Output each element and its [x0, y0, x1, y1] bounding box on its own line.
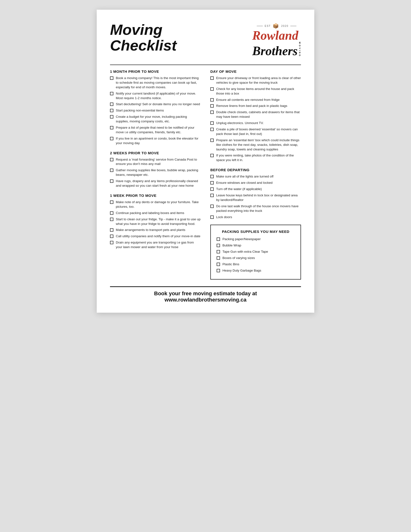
checkbox[interactable]: [110, 109, 113, 112]
list-item: Remove linens from bed and pack in plast…: [210, 104, 301, 108]
checkbox[interactable]: [210, 181, 214, 184]
checkbox[interactable]: [210, 205, 214, 208]
logo-est: EST 📦 2020: [257, 23, 297, 29]
list-item: Have rugs, drapery and any items profess…: [110, 179, 201, 188]
header: Moving Checklist EST 📦 2020 Rowland Brot…: [110, 22, 301, 57]
list-item: Make arrangements to transport pets and …: [110, 228, 201, 232]
list-item: Tape Gun with extra Clear Tape: [217, 249, 295, 254]
list-item: Notify your current landlord (if applica…: [110, 91, 201, 101]
list-item: Make note of any dents or damage to your…: [110, 200, 201, 209]
section-title-one-week: 1 WEEK PRIOR TO MOVE: [110, 193, 201, 198]
checkbox[interactable]: [217, 244, 220, 247]
supplies-box-title: PACKING SUPPLIES YOU MAY NEED: [217, 229, 295, 234]
list-item: Do one last walk through of the house on…: [210, 204, 301, 213]
checkbox[interactable]: [210, 98, 214, 102]
list-item: If you were renting, take photos of the …: [210, 153, 301, 162]
checklist-before-departing: Make sure all of the lights are turned o…: [210, 174, 301, 219]
list-item: Ensure all contents are removed from fri…: [210, 98, 301, 102]
section-title-one-month: 1 MONTH PRIOR TO MOVE: [110, 69, 201, 74]
checkbox[interactable]: [110, 115, 113, 118]
checkbox[interactable]: [110, 218, 113, 221]
checkbox[interactable]: [110, 126, 113, 129]
checkbox[interactable]: [210, 175, 214, 178]
logo-brand: Rowland Brothers M O V I N G: [252, 29, 301, 57]
checkbox[interactable]: [210, 76, 214, 80]
list-item: Make sure all of the lights are turned o…: [210, 174, 301, 179]
list-item: Continue packing and labeling boxes and …: [110, 211, 201, 216]
main-title: Moving Checklist: [110, 22, 177, 53]
checkbox[interactable]: [110, 137, 113, 140]
checkbox[interactable]: [217, 238, 220, 241]
list-item: Start packing non-essential items: [110, 108, 201, 113]
checkbox[interactable]: [110, 211, 113, 215]
checkbox[interactable]: [217, 263, 220, 266]
list-item: Boxes of varying sizes: [217, 256, 295, 260]
list-item: Ensure windows are closed and locked: [210, 181, 301, 185]
list-item: Start to clean out your fridge. Tip - ma…: [110, 217, 201, 226]
page: Moving Checklist EST 📦 2020 Rowland Brot…: [97, 10, 314, 313]
left-column: 1 MONTH PRIOR TO MOVE Book a moving comp…: [110, 69, 201, 280]
section-before-departing: BEFORE DEPARTING Make sure all of the li…: [210, 168, 301, 219]
list-item: Plastic Bins: [217, 262, 295, 267]
section-two-weeks: 2 WEEKS PRIOR TO MOVE Request a 'mail fo…: [110, 151, 201, 188]
checkbox[interactable]: [110, 158, 113, 161]
checkbox[interactable]: [210, 128, 214, 131]
list-item: Unplug electronics. Unmount TV.: [210, 121, 301, 125]
divider: [110, 65, 301, 65]
list-item: Turn off the water (if applicable): [210, 187, 301, 191]
checkbox[interactable]: [210, 139, 214, 142]
checkbox[interactable]: [110, 169, 113, 172]
list-item: Book a moving company! This is the most …: [110, 76, 201, 90]
checkbox[interactable]: [110, 180, 113, 183]
checkbox[interactable]: [110, 92, 113, 95]
checklist-two-weeks: Request a 'mail forwarding' service from…: [110, 157, 201, 188]
logo-area: EST 📦 2020 Rowland Brothers M O V I N G: [252, 22, 301, 57]
checkbox[interactable]: [217, 250, 220, 253]
checkbox[interactable]: [110, 103, 113, 106]
checkbox[interactable]: [210, 121, 214, 125]
checkbox[interactable]: [210, 194, 214, 197]
list-item: Drain any equipment you are transporting…: [110, 240, 201, 249]
list-item: Heavy Duty Garbage Bags: [217, 268, 295, 273]
checkbox[interactable]: [110, 200, 113, 204]
logo-brothers-text: Brothers: [252, 45, 298, 57]
list-item: Create a pile of boxes deemed 'essential…: [210, 127, 301, 136]
logo-moving-vert: M O V I N G: [299, 42, 301, 56]
checkbox[interactable]: [110, 235, 113, 238]
section-day-of-move: DAY OF MOVE Ensure your driveway or fron…: [210, 69, 301, 162]
list-item: Ensure your driveway or front loading ar…: [210, 76, 301, 85]
list-item: Bubble Wrap: [217, 243, 295, 248]
checkbox[interactable]: [210, 104, 214, 108]
footer-cta: Book your free moving estimate today at: [110, 290, 301, 297]
box-icon: 📦: [273, 23, 279, 29]
section-title-before-departing: BEFORE DEPARTING: [210, 168, 301, 172]
checkbox[interactable]: [217, 256, 220, 260]
checkbox[interactable]: [110, 241, 113, 244]
footer-url: www.rowlandbrothersmoving.ca: [110, 297, 301, 303]
checkbox[interactable]: [110, 76, 113, 80]
section-one-month: 1 MONTH PRIOR TO MOVE Book a moving comp…: [110, 69, 201, 146]
list-item: Start decluttering! Sell or donate items…: [110, 102, 201, 107]
list-item: Request a 'mail forwarding' service from…: [110, 157, 201, 167]
checklist-one-week: Make note of any dents or damage to your…: [110, 200, 201, 249]
checkbox[interactable]: [210, 187, 214, 191]
checklist-day-of-move: Ensure your driveway or front loading ar…: [210, 76, 301, 162]
section-title-day-of-move: DAY OF MOVE: [210, 69, 301, 74]
right-column: DAY OF MOVE Ensure your driveway or fron…: [210, 69, 301, 280]
logo-rowland-text: Rowland: [252, 29, 298, 42]
columns: 1 MONTH PRIOR TO MOVE Book a moving comp…: [110, 69, 301, 280]
checkbox[interactable]: [110, 228, 113, 232]
list-item: If you live in an apartment or condo, bo…: [110, 136, 201, 146]
checkbox[interactable]: [210, 216, 214, 219]
list-item: Leave house keys behind in lock box or d…: [210, 193, 301, 202]
checklist-packing-supplies: Packing paper/Newspaper Bubble Wrap Tape…: [217, 237, 295, 273]
list-item: Prepare a list of people that need to be…: [110, 125, 201, 135]
checkbox[interactable]: [210, 154, 214, 157]
checkbox[interactable]: [210, 87, 214, 91]
checkbox[interactable]: [217, 269, 220, 272]
list-item: Check for any loose items around the hou…: [210, 87, 301, 96]
checklist-one-month: Book a moving company! This is the most …: [110, 76, 201, 146]
checkbox[interactable]: [210, 111, 214, 114]
list-item: Prepare an 'essential item' box which co…: [210, 138, 301, 152]
packing-supplies-box: PACKING SUPPLIES YOU MAY NEED Packing pa…: [210, 225, 301, 279]
